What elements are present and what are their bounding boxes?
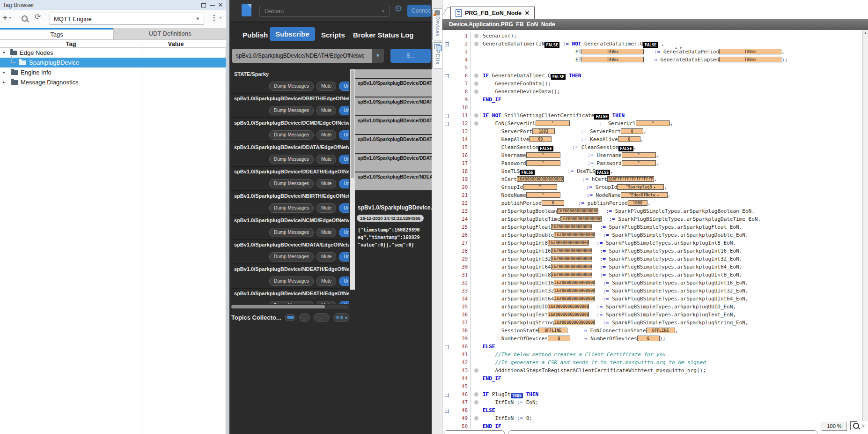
tree-row[interactable]: ▾Edge Nodes xyxy=(0,48,226,58)
subscription-row[interactable]: spBv1.0/SparkplugBDevice/DDEATH/EdgeOfNe… xyxy=(231,167,349,191)
code-line[interactable]: 38 SessionStateOFFLINE⇒ EoNConnectionSta… xyxy=(442,327,868,335)
mute-button[interactable]: Mute xyxy=(316,203,336,213)
overflow-menu-icon[interactable]: ⋮ ▾ xyxy=(211,14,221,22)
code-line[interactable]: 27 arSparkplugInt816#0000000000000000:= … xyxy=(442,239,868,247)
code-line[interactable]: 10 xyxy=(442,104,868,112)
editor-tab-prg-fb-eon-node[interactable]: PRG_FB_EoN_Node ✕ xyxy=(450,7,535,19)
subscribe-topic-combobox[interactable]: spBv1.0/SparkplugBDevice/NDEATH/EdgeOfNe… xyxy=(232,49,372,63)
unsubscribe-button[interactable]: Uns xyxy=(339,179,349,188)
fold-toggle-icon[interactable]: − xyxy=(445,409,449,413)
code-line[interactable]: 30 arSparkplugInt6416#0000000000000000:=… xyxy=(442,263,868,271)
dump-messages-button[interactable]: Dump Messages xyxy=(269,228,314,237)
mute-button[interactable]: Mute xyxy=(316,228,336,237)
code-line[interactable]: 36 arSparkplugText16#0000000000000000:= … xyxy=(442,311,868,319)
expand-arrow-icon[interactable]: ▸ xyxy=(655,194,659,197)
mute-button[interactable]: Mute xyxy=(316,130,336,140)
unsubscribe-button[interactable]: Uns xyxy=(339,228,349,237)
code-line[interactable]: 31 arSparkplugUInt816#0000000000000000:=… xyxy=(442,271,868,279)
fold-toggle-icon[interactable]: − xyxy=(445,42,449,46)
nav-tab-log[interactable]: Log xyxy=(401,31,414,39)
code-line[interactable]: −2GenerateDataTimer(INFALSE := NOT Gener… xyxy=(442,40,868,48)
column-divider[interactable] xyxy=(142,39,142,434)
collector-toggle[interactable] xyxy=(285,314,295,321)
subscription-row[interactable]: spBv1.0/SparkplugBDevice/DBIRTH/EdgeOfNe… xyxy=(231,94,349,118)
expand-arrow-icon[interactable]: ▾ xyxy=(3,48,5,58)
code-line[interactable]: 4ETT#0ms⇒ GenerateDataElapsedT#0ms); xyxy=(442,56,868,64)
mute-button[interactable]: Mute xyxy=(316,179,336,188)
tab-udt-definitions[interactable]: UDT Definitions xyxy=(113,28,226,39)
editor-hscroll-thumb-right[interactable] xyxy=(508,430,817,434)
mute-button[interactable]: Mute xyxy=(316,106,336,115)
code-line[interactable]: 28 arSparkplugInt1616#0000000000000000:=… xyxy=(442,247,868,255)
close-window-icon[interactable]: ✕ xyxy=(217,2,224,8)
fold-toggle-icon[interactable]: − xyxy=(445,393,449,397)
mute-button[interactable]: Mute xyxy=(316,82,336,91)
code-line[interactable]: 13 ServerPort1883:= ServerPort0, xyxy=(442,127,868,135)
subscription-row[interactable]: STATE/SparkyDump MessagesMuteUns xyxy=(231,69,349,94)
unsubscribe-button[interactable]: Uns xyxy=(339,106,349,115)
subscription-row[interactable]: spBv1.0/SparkplugBDevice/NCMD/EdgeOfNetw… xyxy=(231,216,349,240)
nav-tab-subscribe[interactable]: Subscribe xyxy=(270,27,315,41)
code-line[interactable]: 49 ItfEoN := 0; xyxy=(442,414,868,422)
collector-settings-button[interactable]: ⚙⚙ ▾ xyxy=(333,313,349,322)
dump-messages-button[interactable]: Dump Messages xyxy=(269,82,314,91)
unsubscribe-button[interactable]: Uns xyxy=(339,155,349,164)
code-line[interactable]: 26 arSparkplugDouble16#0000000000000000:… xyxy=(442,231,868,239)
code-line[interactable]: −6IF GenerateDataTimer.QFALSE THEN xyxy=(442,72,868,80)
expand-arrow-icon[interactable]: ▸ xyxy=(3,67,5,77)
code-line[interactable]: 8 GenerateDeviceData(); xyxy=(442,88,868,96)
code-line[interactable]: 44END_IF xyxy=(442,374,868,382)
subscription-row[interactable]: spBv1.0/SparkplugBDevice/DCMD/EdgeOfNetw… xyxy=(231,118,349,142)
connection-combobox[interactable]: Debian ▼ xyxy=(259,5,390,17)
fold-toggle-icon[interactable]: − xyxy=(445,74,449,78)
code-line[interactable]: 42 //It generates a CSR and sends it to … xyxy=(442,359,868,367)
close-tab-icon[interactable]: ✕ xyxy=(525,10,530,16)
code-line[interactable]: −11IF NOT StillGettingClientCertificateF… xyxy=(442,112,868,120)
subscription-row[interactable]: spBv1.0/SparkplugBDevice/NBIRTH/EdgeOfNe… xyxy=(231,191,349,216)
dump-messages-button[interactable]: Dump Messages xyxy=(269,179,314,188)
tab-devices[interactable]: Devices xyxy=(432,8,442,40)
tag-browser-titlebar[interactable]: Tag Browser — ✕ xyxy=(0,0,226,11)
code-line[interactable]: 50END_IF xyxy=(442,422,868,430)
dump-messages-button[interactable]: Dump Messages xyxy=(269,106,314,115)
nav-tab-publish[interactable]: Publish xyxy=(243,31,268,39)
expand-arrow-icon[interactable]: ▸ xyxy=(3,77,5,87)
received-topic-row[interactable]: spBv1.0/SparkplugBDevice/NDATA/EdgeOfNet… xyxy=(355,97,432,116)
code-line[interactable]: 25 arSparkplugFloat16#0000000000000000:=… xyxy=(442,223,868,231)
received-topic-row[interactable]: spBv1.0/SparkplugBDevice/DDATA/EdgeOfNet… xyxy=(355,135,432,154)
tab-tags[interactable]: Tags xyxy=(0,30,113,39)
code-lines[interactable]: 1Scenario();−2GenerateDataTimer(INFALSE … xyxy=(442,30,868,430)
subscription-row[interactable]: spBv1.0/SparkplugBDevice/NDATA/EdgeOfNet… xyxy=(231,240,349,264)
code-line[interactable]: 1Scenario(); xyxy=(442,32,868,40)
column-header-value[interactable]: Value xyxy=(142,40,210,47)
search-icon[interactable] xyxy=(22,15,28,22)
tree-row[interactable]: SparkplugBDevice xyxy=(0,58,226,67)
code-line[interactable]: 15 CleanSessionFALSE:= CleanSessionFALSE… xyxy=(442,143,868,151)
code-line[interactable]: −12 EoN(ServerUrl":= ServerUrl", xyxy=(442,120,868,127)
received-topic-row[interactable]: spBv1.0/SparkplugBDevice/DDATA/EdgeOfNet… xyxy=(355,154,432,172)
collector-button-2[interactable]: ... xyxy=(314,313,330,322)
connect-button[interactable]: Connec xyxy=(407,5,431,17)
received-topic-row[interactable]: spBv1.0/SparkplugBDevice/NDEATH/EdgeOfNe… xyxy=(355,172,432,191)
dump-messages-button[interactable]: Dump Messages xyxy=(269,252,314,262)
code-line[interactable]: 17 Password":= Password", xyxy=(442,159,868,167)
gear-icon[interactable]: ⚙ xyxy=(394,3,403,14)
received-topic-row[interactable]: spBv1.0/SparkplugBDevice/DDATA/EdgeOfNet… xyxy=(355,116,432,135)
code-line[interactable]: 29 arSparkplugInt3216#0000000000000000:=… xyxy=(442,255,868,263)
code-line[interactable]: 16 Username":= Username", xyxy=(442,151,868,159)
code-line[interactable]: 43 AdditionalStepsToRegisterAClientCerti… xyxy=(442,367,868,374)
code-line[interactable]: 41 //The below method creates a Client C… xyxy=(442,351,868,359)
restore-window-icon[interactable] xyxy=(200,2,207,8)
code-line[interactable]: 20 GroupId":= GroupId"SparkplugB ▸, xyxy=(442,183,868,191)
received-topic-row[interactable]: spBv1.0/SparkplugBDevice/DDATA/EdgeOfNet… xyxy=(355,79,432,97)
code-line[interactable]: 22 publishPeriod0:= publishPeriod1000, xyxy=(442,199,868,207)
nav-tab-broker-status[interactable]: Broker Status xyxy=(353,31,399,39)
code-line[interactable]: 32 arSparkplugUInt1616#0000000000000000:… xyxy=(442,279,868,287)
unsubscribe-button[interactable]: Uns xyxy=(339,203,349,213)
code-line[interactable]: 37 arSparkplugString16#0000000000000000:… xyxy=(442,319,868,327)
code-line[interactable]: 33 arSparkplugUInt3216#0000000000000000:… xyxy=(442,287,868,295)
code-line[interactable]: 18 UseTLSFALSE:= UseTLSFALSE, xyxy=(442,167,868,175)
dump-messages-button[interactable]: Dump Messages xyxy=(269,203,314,213)
add-tag-button[interactable]: + ▾ xyxy=(3,14,11,22)
column-header-tag[interactable]: Tag xyxy=(0,40,142,47)
